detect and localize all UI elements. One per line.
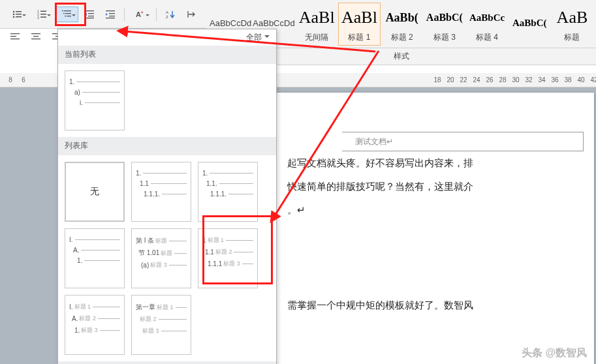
svg-rect-1 bbox=[16, 11, 22, 12]
none-label: 无 bbox=[90, 186, 99, 198]
list-thumb[interactable]: 1标题 11.1标题 21.1.1标题 3 bbox=[198, 228, 258, 288]
svg-rect-32 bbox=[10, 38, 20, 39]
ruler-tick: 40 bbox=[574, 76, 588, 83]
style-label: 无间隔 bbox=[296, 31, 337, 43]
style-preview: AaBl bbox=[339, 5, 380, 31]
toolbar-separator bbox=[156, 8, 157, 21]
svg-rect-7 bbox=[40, 10, 46, 12]
style-item[interactable]: AaBbC( bbox=[509, 3, 551, 46]
style-preview: AaBbC( bbox=[424, 5, 465, 31]
align-left-button[interactable] bbox=[5, 29, 25, 44]
svg-rect-16 bbox=[65, 16, 66, 16]
multilevel-list-button[interactable] bbox=[55, 7, 78, 22]
svg-rect-23 bbox=[109, 13, 115, 14]
show-marks-button[interactable] bbox=[181, 7, 201, 22]
list-thumb[interactable]: I.标题 1A.标题 21.标题 3 bbox=[65, 295, 125, 355]
svg-text:✶: ✶ bbox=[140, 10, 144, 14]
ruler-tick: 34 bbox=[535, 76, 548, 83]
ruler-tick: 18 bbox=[431, 76, 444, 83]
list-thumb[interactable]: 第一章标题 1标题 2标题 3 bbox=[131, 295, 191, 355]
svg-rect-19 bbox=[88, 13, 94, 14]
list-thumb-current[interactable]: 1.a)i. bbox=[65, 70, 125, 130]
style-preview: AaBl bbox=[296, 5, 337, 31]
svg-rect-5 bbox=[16, 16, 22, 18]
decrease-indent-button[interactable] bbox=[80, 7, 99, 22]
ruler-tick: 6 bbox=[17, 76, 30, 83]
svg-rect-9 bbox=[40, 14, 46, 15]
svg-rect-35 bbox=[31, 38, 40, 39]
ruler-tick: 28 bbox=[496, 76, 509, 83]
ruler-tick: 8 bbox=[4, 76, 17, 83]
list-thumb[interactable]: 第 I 条标题节 1.01标题(a)标题 3 bbox=[131, 228, 191, 288]
svg-rect-22 bbox=[106, 10, 115, 11]
toolbar-separator bbox=[124, 8, 125, 21]
align-center-button[interactable] bbox=[26, 29, 46, 44]
svg-point-0 bbox=[13, 10, 15, 12]
svg-rect-21 bbox=[85, 18, 94, 18]
body-text: 快速简单的排版技巧呢？当然有，这里就介 bbox=[287, 175, 555, 198]
style-item[interactable]: AaBb(标题 2 bbox=[381, 3, 423, 46]
svg-text:A: A bbox=[166, 10, 168, 14]
multilevel-list-panel: 全部 当前列表 1.a)i. 列表库 无 1.1.11.1.1.1.1.1.1.… bbox=[57, 29, 277, 364]
body-text: 需掌握一个中规中矩的模板就好了。数智风 bbox=[287, 294, 555, 317]
svg-point-4 bbox=[13, 16, 15, 18]
svg-point-2 bbox=[13, 13, 15, 15]
svg-rect-18 bbox=[85, 10, 94, 11]
section-current: 当前列表 bbox=[58, 46, 276, 64]
ruler-tick: 22 bbox=[457, 76, 470, 83]
svg-rect-17 bbox=[67, 16, 71, 16]
svg-rect-25 bbox=[106, 18, 115, 18]
section-indoc: 当前文档中的列表 bbox=[58, 361, 276, 364]
body-text: 。↵ bbox=[287, 198, 555, 222]
phonetic-guide-button[interactable]: A✶ bbox=[129, 7, 152, 22]
svg-rect-30 bbox=[10, 33, 20, 34]
title-field[interactable]: 测试文档↵ bbox=[346, 132, 584, 151]
svg-rect-20 bbox=[88, 16, 94, 16]
svg-rect-14 bbox=[63, 13, 65, 14]
style-label: 标题 1 bbox=[339, 31, 380, 43]
style-preview: AaBbC( bbox=[509, 10, 550, 37]
list-thumb-none[interactable]: 无 bbox=[65, 162, 125, 222]
style-item[interactable]: AaBl无间隔 bbox=[296, 3, 338, 46]
style-item[interactable]: AaBl标题 1 bbox=[338, 3, 381, 46]
list-thumb[interactable]: I.A.1. bbox=[65, 228, 125, 288]
bullet-list-button[interactable] bbox=[5, 7, 29, 22]
title-field-text: 测试文档↵ bbox=[346, 132, 393, 151]
ruler-tick: 42 bbox=[588, 76, 596, 83]
svg-rect-13 bbox=[64, 10, 71, 11]
ruler-tick: 24 bbox=[470, 76, 483, 83]
ruler-tick: 30 bbox=[509, 76, 522, 83]
section-library: 列表库 bbox=[58, 137, 276, 155]
sort-button[interactable]: AZ bbox=[161, 7, 180, 22]
style-item[interactable]: AaBbCc标题 4 bbox=[465, 3, 508, 46]
svg-rect-31 bbox=[10, 36, 16, 37]
increase-indent-button[interactable] bbox=[101, 7, 120, 22]
ruler-tick: 36 bbox=[548, 76, 561, 83]
style-label bbox=[509, 37, 550, 38]
ruler-tick: 32 bbox=[522, 76, 535, 83]
style-preview: AaB bbox=[552, 5, 593, 31]
list-thumb[interactable]: 1.1.1.1.1.1. bbox=[198, 162, 258, 222]
list-thumb[interactable]: 1.1.11.1.1. bbox=[131, 162, 191, 222]
number-list-button[interactable]: 123 bbox=[30, 7, 54, 22]
style-item[interactable]: AaB标题 bbox=[551, 3, 593, 46]
style-label: 标题 4 bbox=[466, 31, 507, 43]
svg-rect-33 bbox=[31, 33, 40, 34]
svg-rect-12 bbox=[62, 10, 63, 11]
ruler-tick: 38 bbox=[561, 76, 574, 83]
style-label: 标题 3 bbox=[424, 31, 465, 43]
style-item[interactable]: AaBbC(标题 3 bbox=[423, 3, 465, 46]
svg-rect-15 bbox=[65, 13, 71, 14]
ruler-tick: 20 bbox=[444, 76, 457, 83]
style-preview: AaBbCc bbox=[466, 5, 507, 31]
svg-rect-24 bbox=[109, 16, 115, 16]
body-text: 起写文档就头疼。好不容易写出内容来，排 bbox=[287, 151, 555, 175]
style-label: 标题 bbox=[552, 31, 593, 43]
ruler-tick: 26 bbox=[483, 76, 496, 83]
svg-text:3: 3 bbox=[37, 16, 39, 20]
style-label: 标题 2 bbox=[381, 31, 422, 43]
svg-rect-34 bbox=[33, 36, 39, 37]
style-preview: AaBb( bbox=[381, 5, 422, 31]
svg-rect-3 bbox=[16, 14, 22, 15]
filter-dropdown[interactable]: 全部 bbox=[246, 32, 270, 43]
